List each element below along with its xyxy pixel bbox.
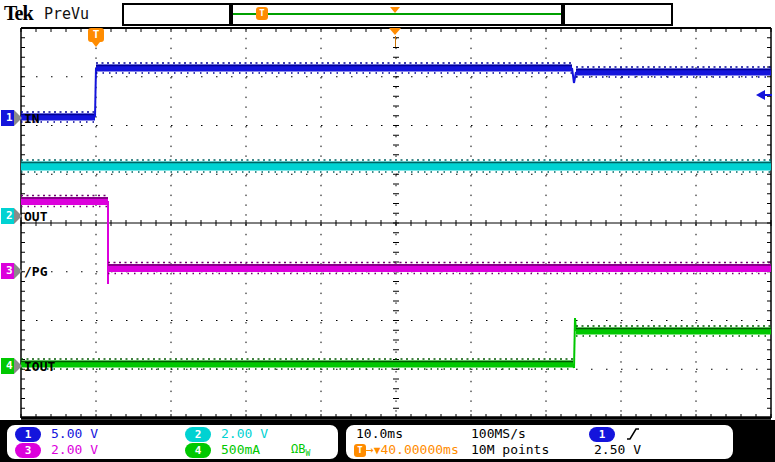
expansion-point-line xyxy=(395,36,396,47)
trace-ch1-in xyxy=(21,63,771,122)
trace-ch3-pg xyxy=(21,196,771,285)
expansion-point-icon xyxy=(389,28,401,35)
waveform-plot xyxy=(0,0,775,462)
ch4-label: IOUT xyxy=(24,359,55,374)
ch1-label: IN xyxy=(24,111,40,126)
trigger-point-icon: T xyxy=(88,28,104,42)
ch3-label: /PG xyxy=(24,264,47,279)
trace-ch4-iout xyxy=(21,318,771,369)
trace-ch2-out xyxy=(21,160,771,172)
oscilloscope-screen: Tek PreVu T T 1 2 3 4 IN OUT /PG IOUT 1 … xyxy=(0,0,775,462)
ch2-label: OUT xyxy=(24,209,47,224)
